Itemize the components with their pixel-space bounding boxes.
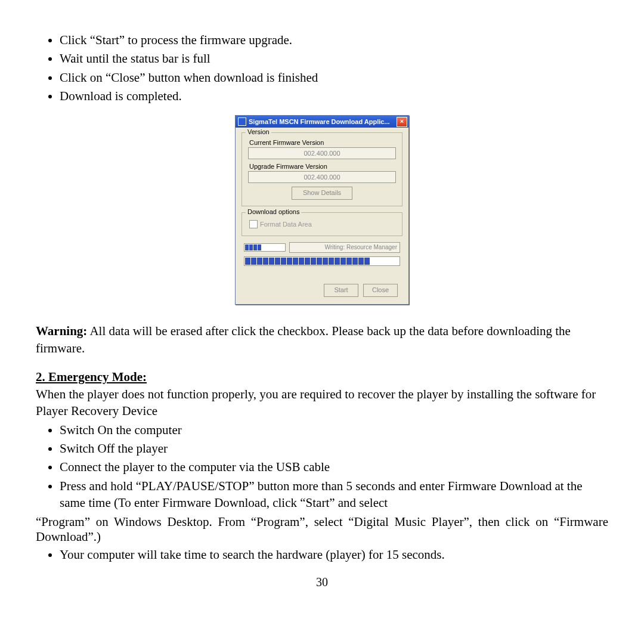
emergency-title: 2. Emergency Mode: xyxy=(36,370,608,385)
list-item: Click “Start” to process the firmware up… xyxy=(60,32,608,48)
list-item: Connect the player to the computer via t… xyxy=(60,459,608,475)
emergency-last-step: Your computer will take time to search t… xyxy=(49,546,608,563)
close-icon[interactable]: × xyxy=(397,117,407,127)
current-fw-label: Current Firmware Version xyxy=(249,139,397,146)
version-legend: Version xyxy=(246,128,271,135)
main-progress xyxy=(244,256,400,266)
list-item: Press and hold “PLAY/PAUSE/STOP” button … xyxy=(60,478,608,512)
warning-lead: Warning: xyxy=(36,324,87,338)
emergency-intro: When the player does not function proper… xyxy=(36,386,608,420)
app-icon xyxy=(238,117,246,126)
version-group: Version Current Firmware Version 002.400… xyxy=(242,132,402,206)
show-details-button[interactable]: Show Details xyxy=(292,187,352,200)
list-item: Download is completed. xyxy=(60,88,608,104)
dialog-title: SigmaTel MSCN Firmware Download Applic..… xyxy=(249,118,397,125)
format-checkbox-label: Format Data Area xyxy=(260,221,312,228)
list-item: Switch On the computer xyxy=(60,422,608,438)
sub-progress xyxy=(244,243,286,252)
page-number: 30 xyxy=(316,575,328,589)
download-options-group: Download options Format Data Area xyxy=(242,212,402,236)
list-item: Switch Off the player xyxy=(60,440,608,457)
emergency-continuation: “Program” on Windows Desktop. From “Prog… xyxy=(36,515,608,544)
upgrade-fw-label: Upgrade Firmware Version xyxy=(249,163,397,170)
dialog-screenshot: SigmaTel MSCN Firmware Download Applic..… xyxy=(36,115,608,305)
upgrade-fw-value: 002.400.000 xyxy=(248,171,396,183)
warning-text: All data will be erased after click the … xyxy=(36,324,571,355)
list-item: Your computer will take time to search t… xyxy=(60,546,608,563)
close-button[interactable]: Close xyxy=(363,284,398,297)
status-text: Writing: Resource Manager xyxy=(289,242,400,253)
list-item: Wait until the status bar is full xyxy=(60,50,608,67)
firmware-dialog: SigmaTel MSCN Firmware Download Applic..… xyxy=(235,115,409,305)
top-instructions: Click “Start” to process the firmware up… xyxy=(49,32,608,104)
dialog-body: Version Current Firmware Version 002.400… xyxy=(236,128,408,304)
warning-paragraph: Warning: All data will be erased after c… xyxy=(36,323,608,357)
titlebar: SigmaTel MSCN Firmware Download Applic..… xyxy=(236,116,408,128)
list-item: Click on “Close” button when download is… xyxy=(60,69,608,86)
sub-progress-row: Writing: Resource Manager xyxy=(244,242,400,253)
emergency-steps: Switch On the computerSwitch Off the pla… xyxy=(49,422,608,512)
start-button[interactable]: Start xyxy=(324,284,358,297)
download-legend: Download options xyxy=(246,208,301,215)
format-checkbox[interactable] xyxy=(249,220,258,228)
current-fw-value: 002.400.000 xyxy=(248,147,396,159)
